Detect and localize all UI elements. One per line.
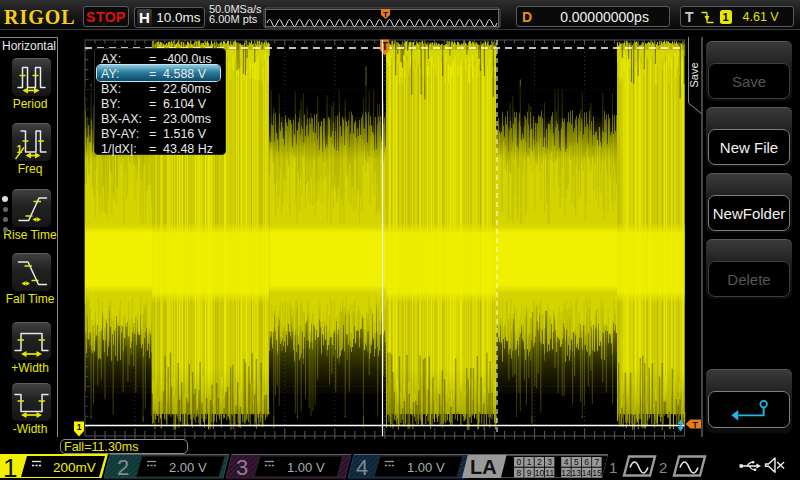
svg-text:2: 2 bbox=[537, 457, 542, 467]
svg-text:7: 7 bbox=[595, 457, 600, 467]
svg-text:1: 1 bbox=[77, 422, 82, 432]
svg-text:8: 8 bbox=[516, 468, 521, 478]
svg-text:1: 1 bbox=[527, 457, 532, 467]
svg-text:15: 15 bbox=[592, 468, 602, 478]
svg-text:13: 13 bbox=[572, 468, 582, 478]
svg-text:1.00 V: 1.00 V bbox=[287, 460, 325, 475]
svg-text:T: T bbox=[383, 10, 388, 19]
svg-text:0: 0 bbox=[516, 457, 521, 467]
svg-text:12: 12 bbox=[561, 468, 571, 478]
svg-text:3: 3 bbox=[547, 457, 552, 467]
svg-text:1: 1 bbox=[609, 459, 617, 476]
svg-text:14: 14 bbox=[582, 468, 592, 478]
svg-text:2.00 V: 2.00 V bbox=[169, 460, 207, 475]
svg-text:9: 9 bbox=[527, 468, 532, 478]
svg-text:10: 10 bbox=[535, 468, 545, 478]
svg-text:4: 4 bbox=[356, 455, 368, 480]
svg-text:4: 4 bbox=[564, 457, 569, 467]
svg-text:2: 2 bbox=[117, 455, 129, 480]
svg-text:11: 11 bbox=[545, 468, 554, 478]
svg-text:1.00 V: 1.00 V bbox=[407, 460, 445, 475]
svg-text:LA: LA bbox=[470, 456, 497, 478]
svg-text:2: 2 bbox=[659, 459, 667, 476]
svg-text:200mV: 200mV bbox=[53, 460, 96, 475]
svg-text:5: 5 bbox=[574, 457, 579, 467]
svg-text:3: 3 bbox=[236, 455, 248, 480]
svg-text:6: 6 bbox=[584, 457, 589, 467]
svg-text:1: 1 bbox=[3, 454, 17, 480]
